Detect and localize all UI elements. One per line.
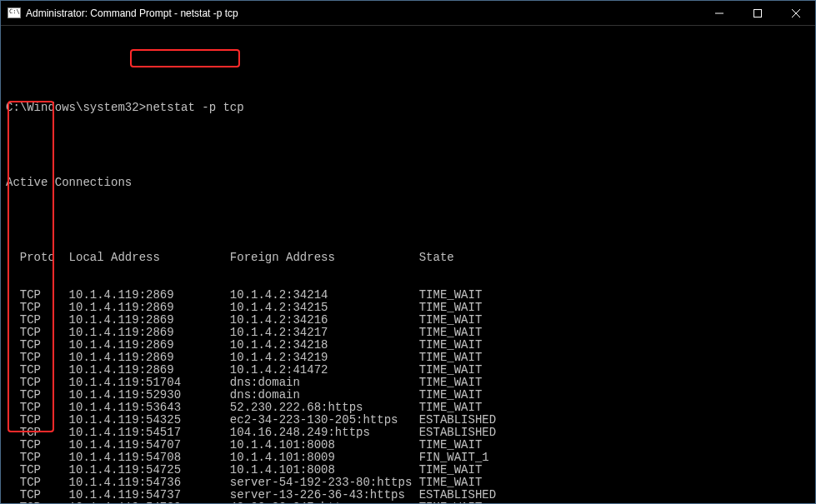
terminal-output[interactable]: C:\Windows\system32>netstat -p tcp Activ… bbox=[1, 26, 815, 503]
connection-row: TCP 10.1.4.119:54739 40.90.23.247:https … bbox=[6, 502, 810, 503]
columns-header: Proto Local Address Foreign Address Stat… bbox=[6, 252, 810, 264]
connection-row: TCP 10.1.4.119:2869 10.1.4.2:41472 TIME_… bbox=[6, 364, 810, 377]
connection-rows: TCP 10.1.4.119:2869 10.1.4.2:34214 TIME_… bbox=[6, 289, 810, 503]
close-icon bbox=[792, 9, 800, 17]
connection-row: TCP 10.1.4.119:54325 ec2-34-223-130-205:… bbox=[6, 414, 810, 427]
titlebar[interactable]: Administrator: Command Prompt - netstat … bbox=[1, 1, 815, 26]
connection-row: TCP 10.1.4.119:54737 server-13-226-36-43… bbox=[6, 489, 810, 502]
connection-row: TCP 10.1.4.119:52930 dns:domain TIME_WAI… bbox=[6, 389, 810, 402]
window-title: Administrator: Command Prompt - netstat … bbox=[26, 7, 238, 19]
connection-row: TCP 10.1.4.119:54707 10.1.4.101:8008 TIM… bbox=[6, 439, 810, 452]
prompt-path: C:\Windows\system32> bbox=[6, 101, 146, 114]
minimize-icon bbox=[715, 9, 723, 17]
prompt-line: C:\Windows\system32>netstat -p tcp bbox=[6, 102, 810, 114]
connection-row: TCP 10.1.4.119:2869 10.1.4.2:34217 TIME_… bbox=[6, 327, 810, 339]
connection-row: TCP 10.1.4.119:53643 52.230.222.68:https… bbox=[6, 402, 810, 414]
connection-row: TCP 10.1.4.119:2869 10.1.4.2:34219 TIME_… bbox=[6, 352, 810, 364]
maximize-icon bbox=[753, 9, 762, 17]
svg-rect-1 bbox=[754, 9, 762, 17]
connection-row: TCP 10.1.4.119:54708 10.1.4.101:8009 FIN… bbox=[6, 452, 810, 464]
connection-row: TCP 10.1.4.119:2869 10.1.4.2:34214 TIME_… bbox=[6, 289, 810, 302]
connection-row: TCP 10.1.4.119:54725 10.1.4.101:8008 TIM… bbox=[6, 464, 810, 477]
minimize-button[interactable] bbox=[700, 1, 738, 26]
command-prompt-window: Administrator: Command Prompt - netstat … bbox=[0, 0, 816, 504]
connection-row: TCP 10.1.4.119:54517 104.16.248.249:http… bbox=[6, 427, 810, 439]
close-button[interactable] bbox=[777, 1, 815, 26]
section-header: Active Connections bbox=[6, 177, 810, 189]
maximize-button[interactable] bbox=[738, 1, 777, 26]
connection-row: TCP 10.1.4.119:2869 10.1.4.2:34218 TIME_… bbox=[6, 339, 810, 352]
entered-command: netstat -p tcp bbox=[146, 101, 244, 114]
connection-row: TCP 10.1.4.119:51704 dns:domain TIME_WAI… bbox=[6, 377, 810, 389]
connection-row: TCP 10.1.4.119:2869 10.1.4.2:34216 TIME_… bbox=[6, 314, 810, 327]
connection-row: TCP 10.1.4.119:54736 server-54-192-233-8… bbox=[6, 477, 810, 489]
connection-row: TCP 10.1.4.119:2869 10.1.4.2:34215 TIME_… bbox=[6, 302, 810, 314]
cmd-icon bbox=[8, 7, 21, 18]
